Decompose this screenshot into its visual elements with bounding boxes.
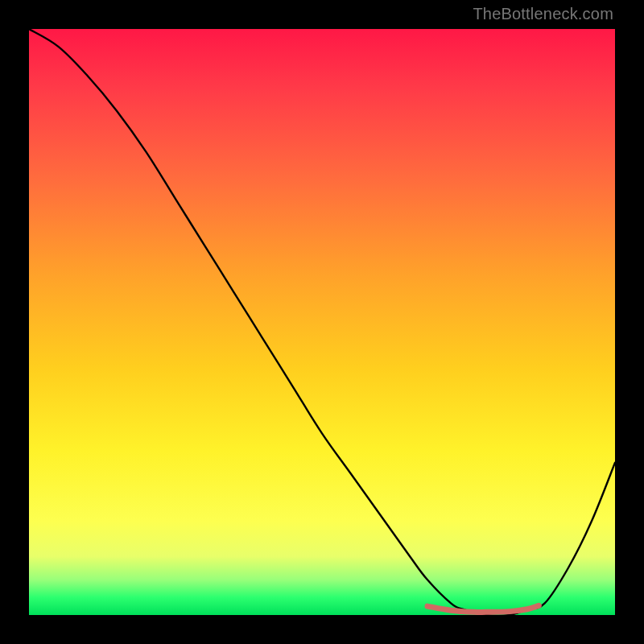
plot-area: [29, 29, 615, 615]
bottleneck-curve: [29, 29, 615, 615]
attribution-label: TheBottleneck.com: [473, 5, 613, 23]
optimal-zone-marker: [427, 605, 539, 612]
chart-frame: TheBottleneck.com: [0, 0, 644, 644]
chart-svg: [29, 29, 615, 615]
